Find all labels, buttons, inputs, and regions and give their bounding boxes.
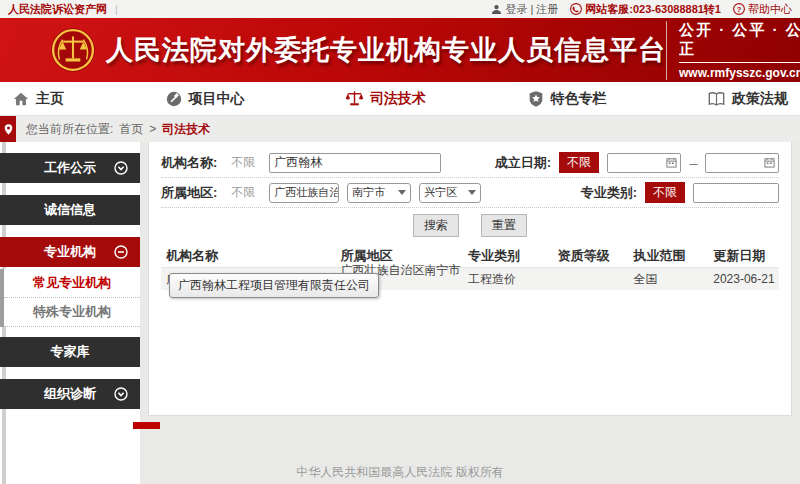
sidebar-item-integrity-info[interactable]: 诚信信息 xyxy=(0,195,140,225)
svg-text:?: ? xyxy=(737,5,742,14)
province-select[interactable]: 广西壮族自治 xyxy=(269,183,339,203)
submenu-item-label: 常见专业机构 xyxy=(33,274,111,292)
court-emblem-logo xyxy=(50,27,96,73)
login-link[interactable]: 登录 xyxy=(505,2,527,17)
user-icon xyxy=(491,4,502,15)
book-icon xyxy=(707,90,726,108)
nav-label: 特色专栏 xyxy=(551,90,607,108)
sidebar-item-professional-orgs[interactable]: 专业机构 xyxy=(0,237,140,267)
nav-label: 项目中心 xyxy=(189,90,245,108)
slogan-text: 公开 · 公平 · 公正 xyxy=(679,21,800,63)
home-icon xyxy=(12,90,30,108)
cell-updated: 2023-06-21 xyxy=(713,272,779,286)
sidebar-submenu: 常见专业机构 特殊专业机构 xyxy=(0,269,140,327)
project-icon xyxy=(165,90,183,108)
reset-button[interactable]: 重置 xyxy=(481,214,527,237)
cell-scope: 全国 xyxy=(633,271,713,288)
sidebar-item-label: 专业机构 xyxy=(44,243,96,261)
sidebar-menu: 工作公示 诚信信息 专业机构 常见专业机构 特殊专业机构 专家库 组织诊断 xyxy=(0,153,140,421)
chevron-down-icon xyxy=(468,190,476,195)
sidebar-item-org-diagnosis[interactable]: 组织诊断 xyxy=(0,379,140,409)
table-header-row: 机构名称 所属地区 专业类别 资质等级 执业范围 更新日期 xyxy=(161,244,779,268)
nav-item-home[interactable]: 主页 xyxy=(12,90,64,108)
founded-date-to-input[interactable] xyxy=(705,153,779,173)
cell-category: 工程造价 xyxy=(468,271,558,288)
region-label: 所属地区: xyxy=(161,184,217,202)
org-name-input[interactable] xyxy=(269,153,441,173)
nav-item-project-center[interactable]: 项目中心 xyxy=(165,90,245,108)
hotline-text: 网站客服:023-63088881转1 xyxy=(585,2,721,17)
expand-circle-icon[interactable] xyxy=(114,161,128,175)
search-button[interactable]: 搜索 xyxy=(413,214,459,237)
category-unlimited-button[interactable]: 不限 xyxy=(645,182,685,203)
org-name-unlimited-option[interactable]: 不限 xyxy=(231,154,255,171)
nav-item-judicial-tech[interactable]: 司法技术 xyxy=(345,89,426,108)
sidebar-item-work-publicity[interactable]: 工作公示 xyxy=(0,153,140,183)
founded-unlimited-button[interactable]: 不限 xyxy=(559,152,599,173)
founded-date-label: 成立日期: xyxy=(495,154,551,172)
form-row-1: 机构名称: 不限 成立日期: 不限 --- xyxy=(161,148,779,178)
date-range-separator: --- xyxy=(689,157,697,169)
top-utility-bar: 人民法院诉讼资产网 | 登录 | 注册 网站客服:023-63088881转1 … xyxy=(0,0,800,18)
help-group: ? 帮助中心 xyxy=(733,2,792,17)
nav-item-special-column[interactable]: 特色专栏 xyxy=(527,90,607,108)
province-select-value: 广西壮族自治 xyxy=(274,185,339,200)
badge-icon xyxy=(527,90,545,108)
district-select-value: 兴宁区 xyxy=(424,185,457,200)
expand-circle-icon[interactable] xyxy=(114,387,128,401)
scales-icon xyxy=(345,89,364,108)
col-header-category: 专业类别 xyxy=(468,247,558,265)
submenu-item-label: 特殊专业机构 xyxy=(33,303,111,321)
footer-copyright: 中华人民共和国最高人民法院 版权所有 xyxy=(0,464,800,481)
breadcrumb-separator: > xyxy=(149,122,156,136)
region-unlimited-option[interactable]: 不限 xyxy=(231,184,255,201)
org-name-label: 机构名称: xyxy=(161,154,217,172)
breadcrumb-home-link[interactable]: 首页 xyxy=(119,121,143,138)
col-header-updated: 更新日期 xyxy=(713,247,779,265)
help-center-link[interactable]: 帮助中心 xyxy=(748,2,792,17)
form-row-2: 所属地区: 不限 广西壮族自治 南宁市 兴宁区 专业类别: 不限 xyxy=(161,178,779,208)
sidebar-item-label: 诚信信息 xyxy=(44,201,96,219)
login-register-divider: | xyxy=(530,3,533,15)
sidebar-item-label: 工作公示 xyxy=(44,159,96,177)
sidebar-item-label: 专家库 xyxy=(51,343,90,361)
register-link[interactable]: 注册 xyxy=(536,2,558,17)
banner-slogan-block: 公开 · 公平 · 公正 www.rmfysszc.gov.cn xyxy=(666,21,800,80)
location-pin-icon xyxy=(0,116,16,142)
org-name-tooltip: 广西翰林工程项目管理有限责任公司 xyxy=(169,273,379,298)
breadcrumb-current: 司法技术 xyxy=(162,121,210,138)
city-select[interactable]: 南宁市 xyxy=(347,183,411,203)
category-label: 专业类别: xyxy=(581,184,637,202)
site-name-link[interactable]: 人民法院诉讼资产网 xyxy=(8,2,107,17)
submenu-item-special-orgs[interactable]: 特殊专业机构 xyxy=(4,298,140,327)
hotline-group: 网站客服:023-63088881转1 xyxy=(570,2,721,17)
city-select-value: 南宁市 xyxy=(352,185,385,200)
sidebar-item-expert-library[interactable]: 专家库 xyxy=(0,337,140,367)
category-input[interactable] xyxy=(693,183,779,203)
breadcrumb-prefix: 您当前所在位置: xyxy=(26,121,113,138)
submenu-item-common-orgs[interactable]: 常见专业机构 xyxy=(4,269,140,298)
collapse-circle-icon[interactable] xyxy=(114,245,128,259)
chevron-down-icon xyxy=(398,190,406,195)
nav-label: 司法技术 xyxy=(370,90,426,108)
col-header-org-name: 机构名称 xyxy=(161,247,340,265)
founded-date-from-input[interactable] xyxy=(607,153,681,173)
calendar-icon xyxy=(666,157,677,168)
red-accent-bar xyxy=(133,422,160,429)
search-results-panel: 机构名称: 不限 成立日期: 不限 --- 所属地区: 不限 广西壮族自治 xyxy=(148,142,792,416)
nav-label: 政策法规 xyxy=(732,90,788,108)
calendar-icon xyxy=(764,157,775,168)
form-buttons: 搜索 重置 xyxy=(161,212,779,238)
district-select[interactable]: 兴宁区 xyxy=(419,183,481,203)
site-banner: 人民法院对外委托专业机构专业人员信息平台 公开 · 公平 · 公正 www.rm… xyxy=(0,18,800,82)
col-header-grade: 资质等级 xyxy=(558,247,634,265)
question-icon: ? xyxy=(733,3,745,15)
login-register-group: 登录 | 注册 xyxy=(491,2,558,17)
col-header-scope: 执业范围 xyxy=(633,247,713,265)
breadcrumb: 您当前所在位置: 首页 > 司法技术 xyxy=(0,116,800,142)
page-title: 人民法院对外委托专业机构专业人员信息平台 xyxy=(106,32,666,68)
phone-icon xyxy=(570,3,582,15)
topbar-divider: | xyxy=(115,3,118,15)
site-url: www.rmfysszc.gov.cn xyxy=(679,66,800,80)
nav-item-policy[interactable]: 政策法规 xyxy=(707,90,788,108)
